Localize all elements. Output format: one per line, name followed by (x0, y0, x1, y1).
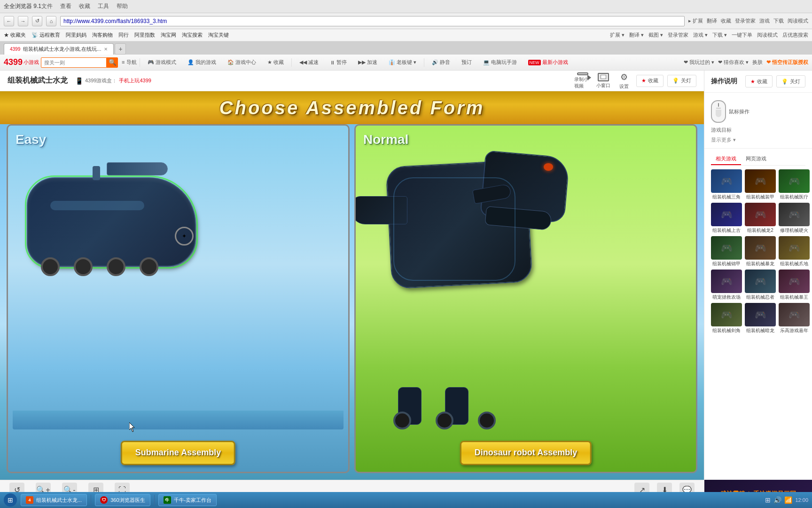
bm-right-readmode[interactable]: 阅读模式 (757, 32, 778, 39)
game-grid-item[interactable]: 🎮组装机械暗龙 (745, 303, 776, 333)
toolbar-preorder[interactable]: 预订 (457, 57, 476, 68)
game-grid-item[interactable]: 🎮组装机械忍者 (745, 270, 776, 300)
menu-help[interactable]: 帮助 (117, 2, 128, 10)
submarine-assembly-button[interactable]: Submarine Assembly (121, 441, 235, 465)
show-more-button[interactable]: 显示更多 ▾ (711, 136, 805, 143)
tab-close-button[interactable]: ✕ (104, 47, 108, 52)
search-input[interactable] (41, 57, 107, 68)
new-badge: NEW (528, 60, 541, 65)
save-button[interactable]: ★ 收藏 (636, 75, 664, 87)
sidebar-save-button[interactable]: ★ 收藏 (745, 75, 773, 87)
dinosaur-assembly-button[interactable]: Dinosaur robot Assembly (460, 441, 592, 465)
sep3 (424, 58, 424, 67)
game-grid-item[interactable]: 🎮萌宠拯救农场 (711, 270, 742, 300)
forward-button[interactable]: → (18, 16, 28, 26)
toolbar-pc-play[interactable]: 💻 电脑玩手游 (478, 57, 522, 68)
game-grid-item[interactable]: 🎮组装机械剑角 (711, 303, 742, 333)
toolbar-new-games[interactable]: NEW 最新小游戏 (523, 57, 573, 68)
taskbar-item-game[interactable]: 4 组装机械武士水龙... (21, 494, 87, 506)
guess-like-link[interactable]: ❤ 猜你喜欢 ▾ (718, 59, 749, 66)
mute-icon: 🔊 (432, 59, 438, 65)
menu-favorites[interactable]: 收藏 (79, 2, 90, 10)
played-link[interactable]: ❤ 我玩过的 ▾ (684, 59, 714, 66)
bm-right-ext[interactable]: 扩展 ▾ (610, 32, 625, 39)
bm-right-oneclick[interactable]: 一键下单 (732, 32, 752, 39)
sub-cannon (107, 162, 168, 175)
bm-right-store[interactable]: 店优惠搜索 (782, 32, 808, 39)
game-center-icon: 🏠 (227, 59, 234, 65)
dinosaur-art (360, 149, 691, 429)
taskbar-item-360[interactable]: 🛡 360浏览器医生 (95, 494, 150, 506)
bookmark-ali-mama[interactable]: 阿里妈妈 (66, 32, 86, 39)
taskbar-item-qianniu[interactable]: 牛 千牛-卖家工作台 (158, 494, 217, 506)
phone-link-url[interactable]: 手机上玩4399 (119, 77, 151, 84)
refresh-button[interactable]: ↺ (32, 16, 42, 26)
bookmark-remote-edu[interactable]: 📡 远程教育 (31, 32, 60, 39)
light-button[interactable]: 💡 关灯 (667, 75, 696, 87)
bookmark-taobao-key[interactable]: 淘宝关键 (208, 32, 229, 39)
taskbar-sep-2 (154, 495, 155, 505)
settings-button[interactable]: ⚙ 设置 (616, 72, 632, 89)
game-grid-item[interactable]: 🎮组装机械龙2 (745, 203, 776, 233)
skin-link[interactable]: 换肤 (752, 59, 763, 66)
game-grid-item[interactable]: 🎮组装机械装甲 (745, 169, 776, 200)
home-button[interactable]: ⌂ (46, 16, 56, 26)
game-grid-item[interactable]: 🎮组装机械暴王 (779, 270, 810, 300)
bm-right-download[interactable]: 下载 ▾ (712, 32, 727, 39)
menu-tools[interactable]: 工具 (98, 2, 109, 10)
tab-related-games[interactable]: 相关游戏 (711, 153, 741, 165)
game-grid-item[interactable]: 🎮组装机械锦甲 (711, 236, 742, 267)
game-canvas[interactable]: Choose Assembled Form Easy (0, 91, 704, 480)
toolbar-boss-key[interactable]: 👔 老板键 ▾ (384, 57, 421, 68)
small-window-button[interactable]: 小窗口 (595, 72, 612, 89)
address-bar[interactable] (60, 16, 685, 26)
game-thumbnail: 🎮 (745, 203, 776, 226)
nav-link[interactable]: ≡ 导航 (122, 59, 136, 66)
toolbar-collect[interactable]: ★ 收藏 (263, 57, 289, 68)
tab-web-games[interactable]: 网页游戏 (741, 153, 771, 165)
bookmark-taobao-search[interactable]: 淘宝搜索 (182, 32, 203, 39)
game-item-name: 萌宠拯救农场 (712, 294, 741, 300)
record-video-button[interactable]: 录制小视频 (574, 72, 591, 89)
sidebar-actions: ★ 收藏 💡 关灯 (745, 75, 805, 87)
bookmark-taobao[interactable]: 淘宝网 (161, 32, 176, 39)
bm-right-login[interactable]: 登录管家 (668, 32, 688, 39)
dino-wheel-1 (393, 412, 411, 429)
back-button[interactable]: ← (4, 16, 14, 26)
bookmark-ali-index[interactable]: 阿里指数 (134, 32, 155, 39)
toolbar-pause[interactable]: ⏸ 暂停 (325, 57, 351, 68)
taskbar-game-icon: 4 (26, 496, 33, 504)
bookmark-favorites[interactable]: ★ 收藏夹 (4, 32, 26, 39)
game-grid-item[interactable]: 🎮组装机械三角 (711, 169, 742, 200)
toolbar-game-mode[interactable]: 🎮 游戏模式 (143, 57, 181, 68)
toolbar-mute[interactable]: 🔊 静音 (427, 57, 455, 68)
tab-active[interactable]: 4399 组装机械武士水龙小游戏,在线玩... ✕ (4, 43, 114, 55)
game-grid-item[interactable]: 🎮修理机械硬火 (779, 203, 810, 233)
bookmark-tongxing[interactable]: 同行 (118, 32, 129, 39)
sub-periscope (93, 166, 100, 180)
game-grid-item[interactable]: 🎮组装机械暴龙 (745, 236, 776, 267)
search-button[interactable]: 🔍 (107, 57, 118, 68)
bm-right-screenshot[interactable]: 截图 ▾ (648, 32, 663, 39)
menu-file[interactable]: 文件 (41, 2, 53, 10)
game-grid-item[interactable]: 🎮组装机械医疗 (779, 169, 810, 200)
new-tab-button[interactable]: + (115, 43, 126, 55)
panel-easy[interactable]: Easy (7, 124, 350, 473)
toolbar-right-label5: 游戏 (759, 17, 770, 24)
related-games-section: 相关游戏 网页游戏 🎮组装机械三角🎮组装机械装甲🎮组装机械医疗🎮组装机械上古🎮组… (704, 149, 812, 338)
tab-bar: 4399 组装机械武士水龙小游戏,在线玩... ✕ + (0, 41, 812, 55)
toolbar-my-games[interactable]: 👤 我的游戏 (183, 57, 221, 68)
sidebar-light-button[interactable]: 💡 关灯 (776, 75, 805, 87)
bm-right-game[interactable]: 游戏 ▾ (693, 32, 708, 39)
game-grid-item[interactable]: 🎮组装机械爪地 (779, 236, 810, 267)
bookmark-taobao-shop[interactable]: 淘客购物 (92, 32, 113, 39)
toolbar-fast[interactable]: ▶▶ 加速 (353, 57, 382, 68)
menu-view[interactable]: 查看 (60, 2, 71, 10)
toolbar-game-center[interactable]: 🏠 游戏中心 (223, 57, 261, 68)
panel-normal[interactable]: Normal (354, 124, 697, 473)
game-grid-item[interactable]: 🎮乐高游戏嘉年 (779, 303, 810, 333)
start-button[interactable]: ⊞ (4, 493, 17, 507)
game-grid-item[interactable]: 🎮组装机械上古 (711, 203, 742, 233)
bm-right-trans[interactable]: 翻译 ▾ (629, 32, 644, 39)
toolbar-slow[interactable]: ◀◀ 减速 (295, 57, 323, 68)
